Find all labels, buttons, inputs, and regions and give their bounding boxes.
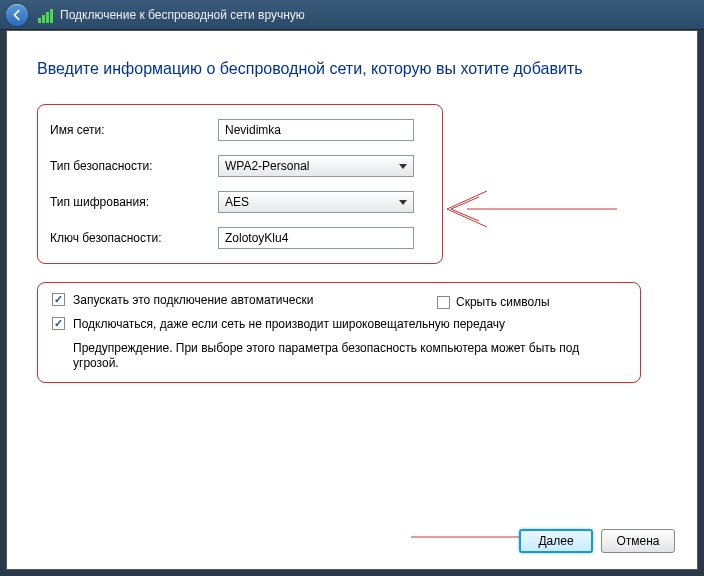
ssid-input[interactable] xyxy=(218,119,414,141)
security-key-input[interactable] xyxy=(218,227,414,249)
connect-hidden-label: Подключаться, даже если сеть не производ… xyxy=(73,317,505,331)
encryption-type-select[interactable]: AES xyxy=(218,191,414,213)
hide-characters-label: Скрыть символы xyxy=(456,295,550,309)
options-area: Запускать это подключение автоматически … xyxy=(37,282,641,383)
connect-hidden-checkbox[interactable] xyxy=(52,317,65,330)
hide-characters-checkbox[interactable] xyxy=(437,296,450,309)
wifi-icon xyxy=(38,7,54,23)
annotation-arrow-icon xyxy=(437,179,617,239)
security-type-select[interactable]: WPA2-Personal xyxy=(218,155,414,177)
next-button[interactable]: Далее xyxy=(519,529,593,553)
auto-connect-checkbox[interactable] xyxy=(52,293,65,306)
title-bar: Подключение к беспроводной сети вручную xyxy=(0,0,704,30)
svg-line-1 xyxy=(447,191,487,209)
auto-connect-label: Запускать это подключение автоматически xyxy=(73,293,313,307)
svg-line-2 xyxy=(447,209,487,227)
warning-text: Предупреждение. При выборе этого парамет… xyxy=(73,341,626,372)
button-footer: Далее Отмена xyxy=(519,529,675,553)
svg-line-3 xyxy=(451,197,479,209)
network-form: Имя сети: Тип безопасности: WPA2-Persona… xyxy=(37,104,443,264)
security-key-label: Ключ безопасности: xyxy=(50,231,218,245)
wizard-window: Введите информацию о беспроводной сети, … xyxy=(6,30,698,570)
encryption-type-label: Тип шифрования: xyxy=(50,195,218,209)
security-type-label: Тип безопасности: xyxy=(50,159,218,173)
svg-line-4 xyxy=(451,209,479,221)
cancel-button[interactable]: Отмена xyxy=(601,529,675,553)
arrow-left-icon xyxy=(10,8,24,22)
window-title: Подключение к беспроводной сети вручную xyxy=(60,8,305,22)
back-button[interactable] xyxy=(6,4,28,26)
ssid-label: Имя сети: xyxy=(50,123,218,137)
page-heading: Введите информацию о беспроводной сети, … xyxy=(37,59,667,80)
hide-characters-row: Скрыть символы xyxy=(437,295,550,309)
